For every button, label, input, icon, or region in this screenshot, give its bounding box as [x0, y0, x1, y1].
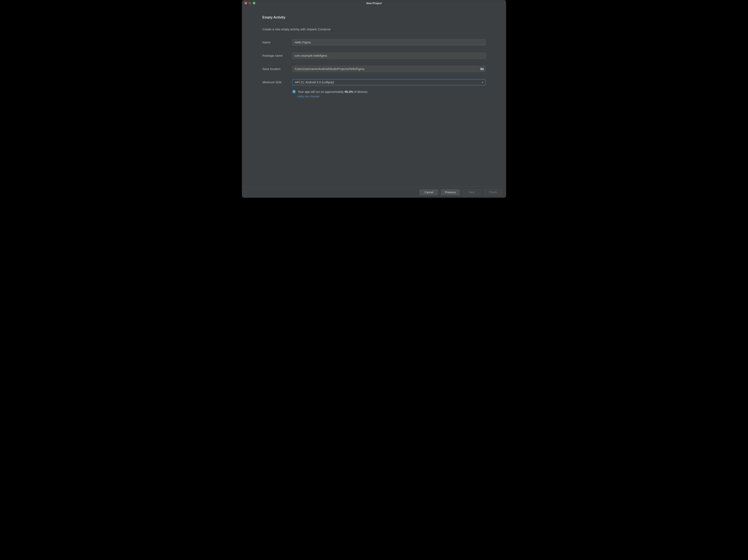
browse-folder-button[interactable] [480, 67, 484, 71]
content-area: Empty Activity Create a new empty activi… [242, 6, 506, 187]
cancel-button[interactable]: Cancel [420, 190, 438, 195]
minimum-sdk-value: API 21: Android 5.0 (Lollipop) [295, 80, 334, 84]
minimum-sdk-dropdown[interactable]: API 21: Android 5.0 (Lollipop) ▼ [293, 79, 486, 86]
window-title: New Project [242, 2, 506, 5]
package-name-input[interactable] [293, 52, 486, 59]
folder-icon [481, 67, 484, 71]
save-location-input[interactable] [293, 66, 486, 72]
sdk-info: i Your app will run on approximately 99.… [293, 89, 486, 99]
next-button[interactable]: Next [463, 190, 481, 195]
row-min-sdk: Minimum SDK API 21: Android 5.0 (Lollipo… [262, 79, 486, 86]
chevron-down-icon: ▼ [482, 81, 484, 83]
traffic-lights [242, 2, 255, 4]
dialog-footer: Cancel Previous Next Finish [242, 187, 506, 197]
window-zoom-button[interactable] [253, 2, 255, 4]
window-close-button[interactable] [244, 2, 247, 4]
window-minimize-button[interactable] [249, 2, 251, 4]
label-name: Name [262, 41, 293, 44]
row-location: Save location [262, 66, 486, 72]
label-location: Save location [262, 67, 293, 71]
titlebar: New Project [242, 0, 506, 6]
row-package: Package name [262, 52, 486, 59]
help-me-choose-link[interactable]: Help me choose [298, 95, 320, 98]
page-subheading: Create a new empty activity with Jetpack… [262, 28, 486, 31]
label-min-sdk: Minimum SDK [262, 80, 293, 84]
page-heading: Empty Activity [262, 16, 486, 19]
finish-button[interactable]: Finish [484, 190, 502, 195]
info-icon: i [293, 90, 296, 93]
label-package: Package name [262, 54, 293, 57]
new-project-window: New Project Empty Activity Create a new … [242, 0, 506, 198]
row-name: Name [262, 39, 486, 46]
previous-button[interactable]: Previous [441, 190, 460, 195]
name-input[interactable] [293, 39, 486, 46]
sdk-info-text: Your app will run on approximately 99.3%… [298, 90, 368, 94]
